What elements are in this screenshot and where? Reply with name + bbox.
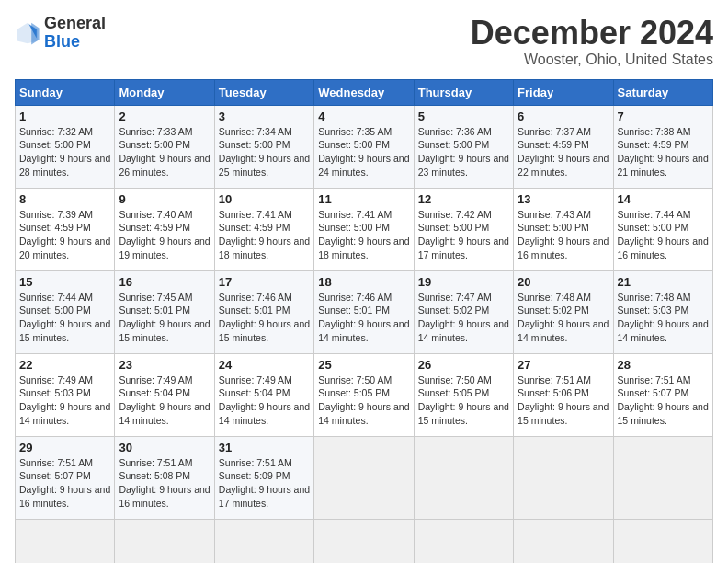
calendar-cell: 27 Sunrise: 7:51 AMSunset: 5:06 PMDaylig… (514, 353, 613, 436)
calendar-cell: 23 Sunrise: 7:49 AMSunset: 5:04 PMDaylig… (115, 353, 214, 436)
calendar-cell: 20 Sunrise: 7:48 AMSunset: 5:02 PMDaylig… (514, 270, 613, 353)
day-detail: Sunrise: 7:51 AMSunset: 5:07 PMDaylight:… (618, 374, 709, 426)
calendar-cell: 25 Sunrise: 7:50 AMSunset: 5:05 PMDaylig… (314, 353, 414, 436)
day-number: 25 (318, 358, 409, 372)
calendar-cell: 31 Sunrise: 7:51 AMSunset: 5:09 PMDaylig… (214, 436, 313, 519)
calendar-week-row: 15 Sunrise: 7:44 AMSunset: 5:00 PMDaylig… (16, 270, 713, 353)
calendar-cell: 24 Sunrise: 7:49 AMSunset: 5:04 PMDaylig… (214, 353, 313, 436)
day-detail: Sunrise: 7:45 AMSunset: 5:01 PMDaylight:… (119, 292, 210, 343)
calendar-cell: 28 Sunrise: 7:51 AMSunset: 5:07 PMDaylig… (613, 353, 712, 436)
day-number: 21 (618, 275, 709, 289)
day-detail: Sunrise: 7:48 AMSunset: 5:03 PMDaylight:… (618, 292, 709, 343)
month-title: December 2024 (471, 15, 713, 52)
day-detail: Sunrise: 7:33 AMSunset: 5:00 PMDaylight:… (119, 126, 210, 178)
calendar-cell: 30 Sunrise: 7:51 AMSunset: 5:08 PMDaylig… (115, 436, 214, 519)
calendar-cell: 15 Sunrise: 7:44 AMSunset: 5:00 PMDaylig… (16, 270, 115, 353)
calendar-cell: 19 Sunrise: 7:47 AMSunset: 5:02 PMDaylig… (414, 270, 513, 353)
day-detail: Sunrise: 7:34 AMSunset: 5:00 PMDaylight:… (219, 126, 310, 178)
title-section: December 2024 Wooster, Ohio, United Stat… (471, 15, 713, 68)
calendar-cell: 7 Sunrise: 7:38 AMSunset: 4:59 PMDayligh… (613, 105, 712, 188)
day-detail: Sunrise: 7:39 AMSunset: 4:59 PMDaylight:… (19, 209, 110, 260)
day-detail: Sunrise: 7:37 AMSunset: 4:59 PMDaylight:… (518, 126, 609, 178)
day-number: 17 (219, 275, 310, 289)
day-number: 18 (318, 275, 409, 289)
day-number: 26 (418, 358, 509, 372)
day-detail: Sunrise: 7:49 AMSunset: 5:03 PMDaylight:… (19, 374, 110, 426)
day-number: 6 (518, 109, 609, 123)
calendar-cell (314, 519, 414, 563)
day-detail: Sunrise: 7:35 AMSunset: 5:00 PMDaylight:… (318, 126, 409, 178)
day-number: 29 (19, 441, 110, 454)
day-detail: Sunrise: 7:46 AMSunset: 5:01 PMDaylight:… (318, 292, 409, 343)
day-detail: Sunrise: 7:36 AMSunset: 5:00 PMDaylight:… (418, 126, 509, 178)
calendar-cell: 1 Sunrise: 7:32 AMSunset: 5:00 PMDayligh… (16, 105, 115, 188)
calendar-cell: 6 Sunrise: 7:37 AMSunset: 4:59 PMDayligh… (514, 105, 613, 188)
calendar-week-row: 8 Sunrise: 7:39 AMSunset: 4:59 PMDayligh… (16, 188, 713, 270)
day-number: 20 (518, 275, 609, 289)
calendar-cell (16, 519, 115, 563)
calendar-cell: 12 Sunrise: 7:42 AMSunset: 5:00 PMDaylig… (414, 188, 513, 270)
col-saturday: Saturday (613, 79, 712, 105)
day-detail: Sunrise: 7:51 AMSunset: 5:07 PMDaylight:… (19, 457, 110, 509)
day-detail: Sunrise: 7:38 AMSunset: 4:59 PMDaylight:… (618, 126, 709, 178)
calendar-cell (414, 519, 513, 563)
calendar-cell (414, 436, 513, 519)
calendar-cell (613, 436, 712, 519)
calendar-cell: 3 Sunrise: 7:34 AMSunset: 5:00 PMDayligh… (214, 105, 313, 188)
day-number: 14 (618, 192, 709, 206)
calendar-cell (613, 519, 712, 563)
day-detail: Sunrise: 7:49 AMSunset: 5:04 PMDaylight:… (219, 374, 310, 426)
calendar-cell: 2 Sunrise: 7:33 AMSunset: 5:00 PMDayligh… (115, 105, 214, 188)
day-number: 5 (418, 109, 509, 123)
calendar-cell: 9 Sunrise: 7:40 AMSunset: 4:59 PMDayligh… (115, 188, 214, 270)
svg-marker-2 (31, 23, 39, 45)
calendar-cell: 26 Sunrise: 7:50 AMSunset: 5:05 PMDaylig… (414, 353, 513, 436)
day-detail: Sunrise: 7:51 AMSunset: 5:06 PMDaylight:… (518, 374, 609, 426)
day-number: 1 (19, 109, 110, 123)
calendar-cell (314, 436, 414, 519)
day-detail: Sunrise: 7:44 AMSunset: 5:00 PMDaylight:… (19, 292, 110, 343)
day-number: 24 (219, 358, 310, 372)
day-number: 13 (518, 192, 609, 206)
day-number: 3 (219, 109, 310, 123)
col-thursday: Thursday (414, 79, 513, 105)
day-number: 31 (219, 441, 310, 454)
day-detail: Sunrise: 7:44 AMSunset: 5:00 PMDaylight:… (618, 209, 709, 260)
day-number: 22 (19, 358, 110, 372)
calendar-header-row: Sunday Monday Tuesday Wednesday Thursday… (16, 79, 713, 105)
day-detail: Sunrise: 7:32 AMSunset: 5:00 PMDaylight:… (19, 126, 110, 178)
day-number: 11 (318, 192, 409, 206)
day-detail: Sunrise: 7:43 AMSunset: 5:00 PMDaylight:… (518, 209, 609, 260)
day-number: 30 (119, 441, 210, 454)
day-detail: Sunrise: 7:41 AMSunset: 5:00 PMDaylight:… (318, 209, 409, 260)
day-number: 9 (119, 192, 210, 206)
logo: General Blue (15, 15, 106, 52)
calendar-cell: 11 Sunrise: 7:41 AMSunset: 5:00 PMDaylig… (314, 188, 414, 270)
calendar-cell: 16 Sunrise: 7:45 AMSunset: 5:01 PMDaylig… (115, 270, 214, 353)
calendar-cell: 29 Sunrise: 7:51 AMSunset: 5:07 PMDaylig… (16, 436, 115, 519)
location: Wooster, Ohio, United States (471, 52, 713, 68)
col-sunday: Sunday (16, 79, 115, 105)
day-number: 4 (318, 109, 409, 123)
calendar-cell: 13 Sunrise: 7:43 AMSunset: 5:00 PMDaylig… (514, 188, 613, 270)
calendar-cell (514, 436, 613, 519)
day-number: 2 (119, 109, 210, 123)
calendar-table: Sunday Monday Tuesday Wednesday Thursday… (15, 79, 713, 563)
calendar-week-row: 1 Sunrise: 7:32 AMSunset: 5:00 PMDayligh… (16, 105, 713, 188)
day-number: 16 (119, 275, 210, 289)
calendar-cell: 5 Sunrise: 7:36 AMSunset: 5:00 PMDayligh… (414, 105, 513, 188)
calendar-week-row: 22 Sunrise: 7:49 AMSunset: 5:03 PMDaylig… (16, 353, 713, 436)
day-number: 23 (119, 358, 210, 372)
day-number: 12 (418, 192, 509, 206)
calendar-cell (514, 519, 613, 563)
calendar-cell (115, 519, 214, 563)
day-number: 10 (219, 192, 310, 206)
calendar-cell (214, 519, 313, 563)
calendar-cell: 17 Sunrise: 7:46 AMSunset: 5:01 PMDaylig… (214, 270, 313, 353)
page-header: General Blue December 2024 Wooster, Ohio… (15, 15, 713, 68)
day-detail: Sunrise: 7:41 AMSunset: 4:59 PMDaylight:… (219, 209, 310, 260)
calendar-cell: 14 Sunrise: 7:44 AMSunset: 5:00 PMDaylig… (613, 188, 712, 270)
day-detail: Sunrise: 7:50 AMSunset: 5:05 PMDaylight:… (318, 374, 409, 426)
col-wednesday: Wednesday (314, 79, 414, 105)
calendar-cell: 22 Sunrise: 7:49 AMSunset: 5:03 PMDaylig… (16, 353, 115, 436)
